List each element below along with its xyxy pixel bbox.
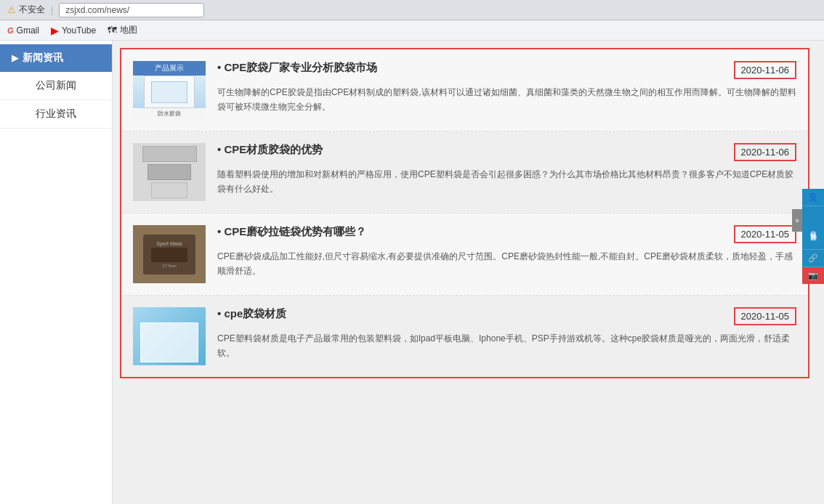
- float-icon-3[interactable]: 📷: [802, 267, 824, 284]
- security-warning: ⚠ 不安全: [7, 4, 45, 16]
- float-label[interactable]: 在线客服: [802, 206, 824, 250]
- sidebar-company-news-label: 公司新闻: [36, 79, 76, 91]
- url-separator: |: [51, 5, 53, 15]
- news-title-1[interactable]: CPE胶袋厂家专业分析胶袋市场: [217, 61, 377, 75]
- float-icon-1[interactable]: 👤: [802, 189, 824, 206]
- bookmark-gmail[interactable]: G Gmail: [7, 25, 39, 36]
- news-date-2: 2020-11-06: [734, 143, 797, 161]
- news-text-3: CPE磨砂拉链袋优势有哪些？ 2020-11-05 CPE磨砂袋成品加工性能好,…: [217, 225, 796, 283]
- sidebar-item-industry-news[interactable]: 行业资讯: [0, 100, 112, 129]
- news-thumbnail-4: [133, 307, 206, 365]
- url-bar[interactable]: zsjxd.com/news/: [59, 3, 204, 17]
- news-list: 产品展示 防水胶袋 CPE胶袋厂家专业分析胶袋市场 2020-11-06: [120, 48, 809, 378]
- map-icon: 🗺: [108, 25, 117, 36]
- news-summary-3: CPE磨砂袋成品加工性能好,但尺寸容易缩水,有必要提供准确的尺寸范围。CPE磨砂…: [217, 249, 796, 279]
- bookmarks-bar: G Gmail ▶ YouTube 🗺 地图: [0, 20, 824, 41]
- product-banner-thumb: 产品展示: [133, 61, 206, 76]
- browser-bar: ⚠ 不安全 | zsjxd.com/news/: [0, 0, 824, 20]
- news-header-4: cpe胶袋材质 2020-11-05: [217, 307, 796, 325]
- news-item-4: cpe胶袋材质 2020-11-05 CPE塑料袋材质是电子产品最常用的包装塑料…: [121, 296, 808, 377]
- news-title-3[interactable]: CPE磨砂拉链袋优势有哪些？: [217, 225, 366, 239]
- sidebar-active-label: 新闻资讯: [23, 52, 63, 65]
- news-item-1: 产品展示 防水胶袋 CPE胶袋厂家专业分析胶袋市场 2020-11-06: [121, 49, 808, 131]
- gmail-icon: G: [7, 26, 14, 35]
- page-body: ▶ 新闻资讯 公司新闻 行业资讯 产品展示: [0, 41, 824, 504]
- news-summary-1: 可生物降解的CPE胶袋是指由CPE材料制成的塑料袋,该材料可以通过诸如细菌、真细…: [217, 85, 796, 115]
- float-icon-2[interactable]: 🔗: [802, 250, 824, 267]
- news-thumbnail-1: 产品展示 防水胶袋: [133, 61, 206, 119]
- news-text-2: CPE材质胶袋的优势 2020-11-06 随着塑料袋使用的增加和对新材料的严格…: [217, 143, 796, 201]
- thumb-label-1: 防水胶袋: [133, 108, 206, 119]
- news-text-1: CPE胶袋厂家专业分析胶袋市场 2020-11-06 可生物降解的CPE胶袋是指…: [217, 61, 796, 119]
- bookmark-gmail-label: Gmail: [17, 25, 39, 36]
- news-header-2: CPE材质胶袋的优势 2020-11-06: [217, 143, 796, 161]
- sidebar: ▶ 新闻资讯 公司新闻 行业资讯: [0, 41, 113, 504]
- security-label: 不安全: [19, 4, 45, 16]
- news-title-4[interactable]: cpe胶袋材质: [217, 307, 286, 321]
- news-item-2: CPE材质胶袋的优势 2020-11-06 随着塑料袋使用的增加和对新材料的严格…: [121, 131, 808, 214]
- news-thumbnail-3: Sport Mask 17.5cm: [133, 225, 206, 283]
- news-date-4: 2020-11-05: [734, 307, 797, 325]
- news-summary-4: CPE塑料袋材质是电子产品最常用的包装塑料袋，如Ipad平板电脑、Iphone手…: [217, 331, 796, 361]
- sidebar-industry-news-label: 行业资讯: [36, 107, 76, 119]
- sidebar-item-company-news[interactable]: 公司新闻: [0, 72, 112, 100]
- news-date-1: 2020-11-06: [734, 61, 797, 79]
- news-summary-2: 随着塑料袋使用的增加和对新材料的严格应用，使用CPE塑料袋是否会引起很多困惑？为…: [217, 167, 796, 197]
- mask-size-label: 17.5cm: [162, 264, 177, 268]
- bookmark-map-label: 地图: [120, 24, 137, 36]
- content-area[interactable]: 产品展示 防水胶袋 CPE胶袋厂家专业分析胶袋市场 2020-11-06: [113, 41, 824, 504]
- float-expand-btn[interactable]: »: [792, 209, 802, 232]
- news-text-4: cpe胶袋材质 2020-11-05 CPE塑料袋材质是电子产品最常用的包装塑料…: [217, 307, 796, 365]
- youtube-icon: ▶: [51, 25, 59, 36]
- news-date-3: 2020-11-05: [734, 225, 797, 243]
- floating-panel: 👤 在线客服 🔗 📷 »: [802, 189, 824, 284]
- news-header-3: CPE磨砂拉链袋优势有哪些？ 2020-11-05: [217, 225, 796, 243]
- bookmark-youtube[interactable]: ▶ YouTube: [51, 25, 96, 36]
- bookmark-youtube-label: YouTube: [62, 25, 96, 36]
- news-title-2[interactable]: CPE材质胶袋的优势: [217, 143, 323, 157]
- bookmark-map[interactable]: 🗺 地图: [108, 24, 137, 36]
- news-item-3: Sport Mask 17.5cm CPE磨砂拉链袋优势有哪些？ 2020-11…: [121, 214, 808, 296]
- sidebar-item-news[interactable]: ▶ 新闻资讯: [0, 44, 112, 72]
- mask-label: Sport Mask: [156, 241, 182, 246]
- news-thumbnail-2: [133, 143, 206, 201]
- warning-icon: ⚠: [7, 4, 16, 15]
- news-header-1: CPE胶袋厂家专业分析胶袋市场 2020-11-06: [217, 61, 796, 79]
- sidebar-arrow-icon: ▶: [12, 53, 18, 63]
